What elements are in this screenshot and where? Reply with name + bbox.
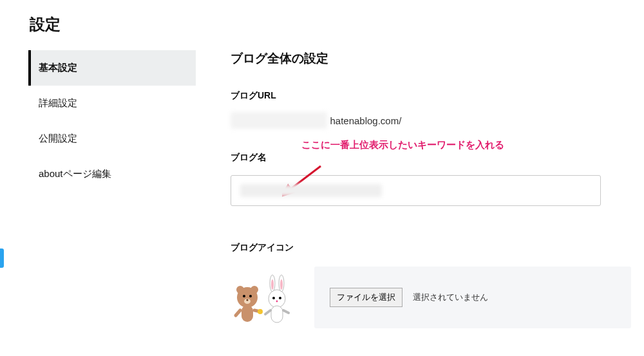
left-edge-accent	[0, 248, 4, 268]
svg-point-15	[271, 279, 274, 290]
mascot-illustration	[231, 273, 295, 328]
sidebar-item-advanced[interactable]: 詳細設定	[28, 86, 196, 121]
svg-point-18	[279, 297, 281, 299]
no-file-text: 選択されていません	[413, 292, 488, 303]
sidebar-item-publish[interactable]: 公開設定	[28, 121, 196, 156]
sidebar-item-basic[interactable]: 基本設定	[28, 50, 196, 86]
annotation-text: ここに一番上位表示したいキーワードを入れる	[301, 139, 504, 151]
svg-point-19	[276, 301, 278, 303]
svg-point-16	[280, 279, 283, 290]
blog-url-label: ブログURL	[231, 90, 631, 102]
svg-point-5	[249, 295, 252, 297]
blog-icon-label: ブログアイコン	[231, 242, 631, 254]
sidebar-item-about-edit[interactable]: aboutページ編集	[28, 156, 196, 192]
svg-point-2	[236, 286, 244, 294]
svg-rect-20	[271, 306, 283, 323]
svg-point-3	[251, 286, 258, 294]
svg-line-22	[283, 310, 289, 313]
settings-sidebar: 基本設定 詳細設定 公開設定 aboutページ編集	[28, 50, 196, 192]
blog-url-subdomain	[231, 112, 327, 129]
svg-point-4	[243, 295, 245, 297]
blog-name-label: ブログ名	[231, 152, 631, 164]
main-panel: ブログ全体の設定 ブログURL hatenablog.com/ ブログ名 ここに…	[231, 50, 631, 328]
blog-name-input[interactable]	[231, 175, 601, 206]
file-upload-area: ファイルを選択 選択されていません	[314, 267, 631, 328]
section-title: ブログ全体の設定	[231, 50, 631, 67]
blog-url-suffix: hatenablog.com/	[330, 115, 401, 126]
blog-name-value	[240, 184, 382, 197]
svg-point-7	[246, 299, 248, 301]
page-title: 設定	[30, 14, 61, 35]
svg-line-21	[265, 310, 270, 314]
choose-file-button[interactable]: ファイルを選択	[330, 288, 402, 307]
svg-point-12	[269, 290, 285, 308]
svg-rect-8	[242, 305, 253, 322]
svg-point-11	[258, 309, 263, 314]
svg-line-9	[236, 310, 240, 315]
svg-point-17	[272, 297, 275, 299]
